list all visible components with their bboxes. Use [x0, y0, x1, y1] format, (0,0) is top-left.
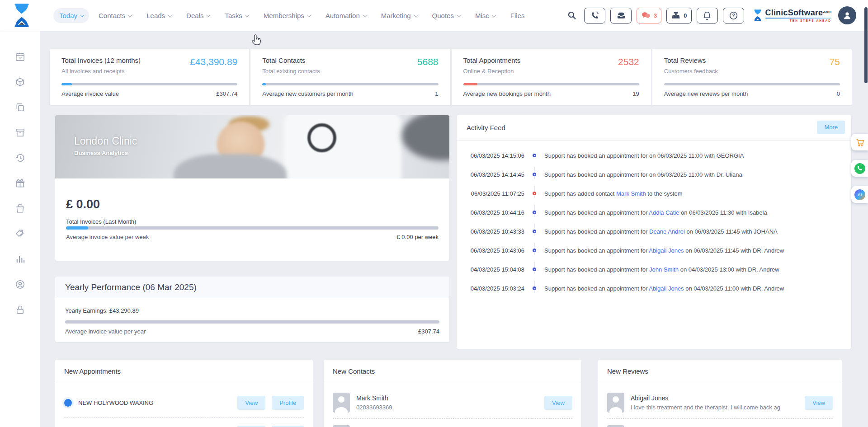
- profile-button[interactable]: Profile: [272, 426, 304, 427]
- timeline-dot-wrap: [524, 249, 544, 252]
- timeline-dot-icon: [533, 249, 536, 252]
- nav-leads[interactable]: Leads: [141, 8, 177, 23]
- sidebar-cube-icon[interactable]: [15, 77, 25, 87]
- search-icon[interactable]: [567, 11, 576, 20]
- sidebar-copy-icon[interactable]: [15, 102, 25, 113]
- contact-link[interactable]: Addia Catie: [649, 209, 679, 216]
- nav-automation[interactable]: Automation: [320, 8, 372, 23]
- sidebar-history-icon[interactable]: [15, 153, 25, 163]
- notifications-button[interactable]: [697, 8, 718, 23]
- message-text: on 06/03/2025 11:45 with DR. Andrew: [684, 247, 784, 254]
- sidebar-tags-icon[interactable]: [15, 229, 25, 239]
- scrollbar-thumb[interactable]: [864, 7, 868, 83]
- nav-tasks-label: Tasks: [225, 12, 242, 19]
- stat-footer-value: 19: [632, 90, 639, 97]
- sidebar-shopping-bag-icon[interactable]: [15, 203, 25, 214]
- sidebar-archive-icon[interactable]: [15, 127, 25, 138]
- contact-link[interactable]: Abigail Jones: [649, 285, 684, 292]
- message-text: Support has booked an appointment for: [544, 285, 649, 292]
- timeline-dot-icon: [533, 230, 536, 233]
- clinicsoftware-wordmark[interactable]: ClinicSoftware.com TEN STEPS AHEAD: [753, 9, 832, 23]
- activity-entry: 06/03/2025 11:07:25 Support has added co…: [467, 184, 841, 203]
- message-text: Support has added contact: [544, 190, 616, 197]
- contact-link[interactable]: Abigail Jones: [649, 247, 684, 254]
- new-appointments-title: New Appointments: [64, 367, 121, 375]
- reviewer-avatar: [607, 425, 624, 427]
- contact-link[interactable]: John Smith: [649, 266, 679, 273]
- sidebar-gift-icon[interactable]: [15, 178, 25, 188]
- sidebar-calendar-icon[interactable]: 12: [15, 52, 25, 62]
- last-month-footer-label: Average invoice value per week: [66, 234, 149, 240]
- yearly-performance-card: Yearly Performance (06 Mar 2025) Yearly …: [55, 277, 449, 342]
- appointment-dot-icon: [64, 399, 72, 407]
- chevron-down-icon: [168, 13, 172, 17]
- clinicsoftware-dashboard: Today Contacts Leads Deals Tasks Members…: [0, 0, 868, 427]
- view-button[interactable]: View: [237, 396, 265, 410]
- nav-today[interactable]: Today: [53, 8, 89, 23]
- nav-marketing[interactable]: Marketing: [375, 8, 423, 23]
- top-navigation-bar: Today Contacts Leads Deals Tasks Members…: [0, 0, 868, 31]
- sidebar-lock-icon[interactable]: [15, 305, 25, 315]
- more-button[interactable]: More: [817, 121, 845, 134]
- nav-misc[interactable]: Misc: [469, 8, 501, 23]
- row-divider: [607, 418, 833, 419]
- message-text: on 06/03/2025 11:30 with Isabela: [679, 209, 767, 216]
- user-avatar[interactable]: [838, 6, 856, 24]
- timeline-dot-wrap: [524, 192, 544, 195]
- sidebar-bar-chart-icon[interactable]: [15, 254, 25, 264]
- nav-contacts[interactable]: Contacts: [93, 8, 137, 23]
- nav-memberships[interactable]: Memberships: [258, 8, 316, 23]
- stat-card-total-reviews: Total Reviews Customers feedback 75 Aver…: [652, 49, 852, 105]
- ai-widget-button[interactable]: AI: [851, 186, 868, 203]
- nav-deals-label: Deals: [186, 12, 203, 19]
- nav-quotes[interactable]: Quotes: [426, 8, 466, 23]
- nav-deals[interactable]: Deals: [180, 8, 215, 23]
- message-text: Support has booked an appointment for on…: [544, 152, 744, 159]
- contact-avatar: [333, 425, 350, 427]
- new-reviews-card: New Reviews Abigail Jones I love this tr…: [598, 360, 842, 427]
- cart-widget-button[interactable]: [851, 134, 868, 150]
- sidebar-support-icon[interactable]: [15, 279, 25, 290]
- stat-subtitle: All invoices and receipts: [61, 68, 124, 75]
- stat-footer: Average new reviews per month0: [664, 90, 840, 97]
- nav-automation-label: Automation: [326, 12, 360, 19]
- chat-button[interactable]: 3: [637, 8, 661, 23]
- nav-misc-label: Misc: [475, 12, 489, 19]
- chevron-down-icon: [457, 13, 461, 17]
- progress-bar: [66, 226, 439, 230]
- help-button[interactable]: ?: [723, 8, 744, 23]
- nav-files[interactable]: Files: [505, 8, 531, 23]
- inbox-button[interactable]: [610, 8, 632, 23]
- message-text: Support has booked an appointment for: [544, 228, 649, 235]
- ai-icon: AI: [854, 189, 865, 200]
- nav-tasks[interactable]: Tasks: [219, 8, 254, 23]
- contact-link[interactable]: Deane Andrel: [649, 228, 685, 235]
- view-button[interactable]: View: [544, 396, 572, 410]
- profile-button[interactable]: Profile: [272, 396, 304, 410]
- clinic-hero-photo: London Clinic Business Analytics: [55, 115, 449, 178]
- stat-footer-label: Average new customers per month: [262, 90, 353, 97]
- clinic-name: London Clinic: [74, 135, 137, 147]
- activity-entry: 06/03/2025 14:14:45 Support has booked a…: [467, 165, 841, 184]
- view-button[interactable]: View: [237, 426, 265, 427]
- reviewer-name: Abigail Jones: [631, 394, 798, 402]
- stat-title: Total Appointments: [463, 56, 521, 64]
- contact-avatar: [333, 393, 350, 413]
- app-logo-hourglass-icon[interactable]: [12, 4, 32, 27]
- message-text: Support has booked an appointment for: [544, 209, 649, 216]
- contact-link[interactable]: Mark Smith: [616, 190, 646, 197]
- progress-fill: [262, 83, 266, 85]
- call-widget-button[interactable]: [851, 160, 868, 177]
- activity-message: Support has booked an appointment for Ab…: [544, 285, 784, 292]
- cash-register-button[interactable]: 0: [666, 8, 691, 23]
- chat-badge: 3: [654, 12, 657, 19]
- phone-button[interactable]: [584, 8, 605, 23]
- view-button[interactable]: View: [805, 396, 833, 410]
- shopping-cart-icon: [855, 138, 864, 147]
- progress-bar: [262, 83, 438, 85]
- brand-tld: .com: [823, 9, 831, 13]
- last-month-label: Total Invoices (Last Month): [66, 218, 136, 225]
- main-nav: Today Contacts Leads Deals Tasks Members…: [53, 0, 530, 31]
- contact-row: Unknown Caller View: [333, 421, 572, 427]
- yearly-earnings: Yearly Earnings: £43,290.89: [65, 307, 139, 314]
